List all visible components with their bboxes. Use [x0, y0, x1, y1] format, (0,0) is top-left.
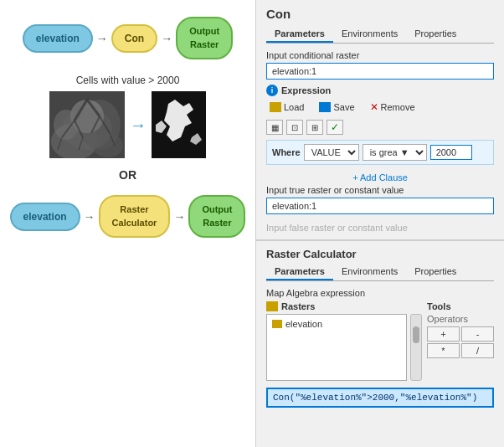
- tools-column: Tools Operators + - * /: [427, 301, 494, 381]
- builder-btn-1[interactable]: ▦: [266, 120, 283, 135]
- operators-label: Operators: [427, 314, 494, 324]
- node-raster-calculator: Raster Calculator: [99, 195, 171, 238]
- raster-title: Raster Calculator: [266, 248, 494, 260]
- elevation-item-label: elevation: [285, 319, 322, 329]
- where-row: Where VALUE is grea ▼: [266, 140, 494, 165]
- raster-item-elevation[interactable]: elevation: [270, 317, 404, 331]
- node-output-raster-2: Output Raster: [188, 195, 245, 238]
- builder-toolbar: ▦ ⊡ ⊞ ✓: [266, 120, 494, 135]
- cells-label: Cells with value > 2000: [76, 74, 180, 86]
- add-clause-button[interactable]: + Add Clause: [266, 170, 494, 185]
- op-minus[interactable]: -: [461, 326, 494, 342]
- tab-properties-con[interactable]: Properties: [406, 26, 465, 43]
- rasters-column: Rasters elevation: [266, 301, 422, 381]
- cells-images: →: [49, 91, 206, 158]
- builder-btn-3[interactable]: ⊞: [306, 120, 323, 135]
- svg-point-6: [62, 108, 112, 150]
- value-input[interactable]: [430, 145, 472, 160]
- or-section: OR: [8, 165, 247, 185]
- tools-label: Tools: [427, 301, 451, 311]
- op-multiply[interactable]: *: [427, 343, 460, 358]
- tab-environments-raster[interactable]: Environments: [333, 264, 406, 280]
- flow-diagram-2: elevation Raster Calculator Output Raste…: [8, 192, 247, 241]
- input-conditional-label: Input conditional raster: [266, 50, 494, 60]
- node-elevation-2: elevation: [10, 203, 80, 231]
- arrow-1: [96, 32, 108, 45]
- arrow-2: [161, 32, 172, 45]
- input-conditional-raster[interactable]: [266, 63, 494, 80]
- remove-button[interactable]: ✕ Remove: [367, 100, 419, 115]
- info-icon: i: [266, 85, 278, 96]
- builder-btn-2[interactable]: ⊡: [286, 120, 303, 135]
- rasters-folder-icon: [266, 301, 278, 311]
- arrow-3: [84, 210, 95, 224]
- tools-header: Tools: [427, 301, 494, 311]
- flow-diagram-1: elevation Con Output Raster: [8, 8, 247, 68]
- load-icon: [270, 102, 281, 112]
- con-section: Con Parameters Environments Properties I…: [256, 0, 504, 241]
- op-plus[interactable]: +: [427, 326, 460, 342]
- save-icon: [319, 102, 331, 112]
- rasters-header: Rasters: [266, 301, 422, 311]
- load-label: Load: [284, 102, 304, 112]
- expression-label: Expression: [281, 85, 331, 95]
- terrain-image: [49, 91, 125, 158]
- field-select[interactable]: VALUE: [304, 144, 359, 161]
- tab-environments-con[interactable]: Environments: [333, 26, 406, 43]
- tab-properties-raster[interactable]: Properties: [406, 264, 465, 280]
- op-divide[interactable]: /: [461, 343, 494, 358]
- result-svg: [152, 91, 206, 158]
- raster-tab-bar: Parameters Environments Properties: [266, 264, 494, 281]
- formula-bar[interactable]: Con("%elevation%">2000,"%elevation%"): [266, 388, 494, 408]
- terrain-svg: [49, 91, 125, 158]
- arrow-4: [173, 210, 185, 224]
- tab-parameters-raster[interactable]: Parameters: [266, 264, 333, 280]
- true-raster-label: Input true raster or constant value: [266, 185, 494, 195]
- input-true-raster[interactable]: [266, 198, 494, 214]
- cells-section: Cells with value > 2000: [8, 74, 247, 158]
- node-elevation-1: elevation: [23, 24, 93, 53]
- raster-columns: Rasters elevation Tools: [266, 301, 494, 381]
- node-con: Con: [111, 24, 157, 53]
- expression-toolbar: Load Save ✕ Remove: [266, 100, 494, 115]
- where-label: Where: [272, 147, 301, 157]
- expression-row: i Expression: [266, 85, 494, 96]
- con-title: Con: [266, 7, 494, 21]
- scrollbar-thumb: [413, 326, 419, 343]
- node-output-raster-1: Output Raster: [176, 17, 233, 59]
- false-raster-label: Input false raster or constant value: [266, 223, 494, 233]
- map-algebra-label: Map Algebra expression: [266, 288, 494, 298]
- rasters-label: Rasters: [281, 301, 315, 311]
- raster-list-box[interactable]: elevation: [266, 314, 407, 381]
- remove-label: Remove: [381, 102, 415, 112]
- save-label: Save: [333, 102, 354, 112]
- con-tab-bar: Parameters Environments Properties: [266, 26, 494, 44]
- check-button[interactable]: ✓: [327, 120, 343, 135]
- operator-select[interactable]: is grea ▼: [363, 144, 427, 161]
- remove-icon: ✕: [370, 101, 378, 113]
- operators-grid: + - * /: [427, 326, 494, 358]
- save-button[interactable]: Save: [316, 100, 357, 114]
- left-panel: elevation Con Output Raster Cells with v…: [0, 0, 255, 447]
- elevation-folder-icon: [272, 320, 282, 328]
- right-panel: Con Parameters Environments Properties I…: [255, 0, 504, 447]
- result-image: [152, 91, 206, 158]
- tab-parameters-con[interactable]: Parameters: [266, 26, 333, 43]
- load-button[interactable]: Load: [266, 100, 307, 114]
- raster-scrollbar[interactable]: [410, 314, 422, 381]
- raster-section: Raster Calculator Parameters Environment…: [256, 241, 504, 447]
- or-label: OR: [119, 168, 136, 182]
- blue-arrow: →: [130, 116, 147, 135]
